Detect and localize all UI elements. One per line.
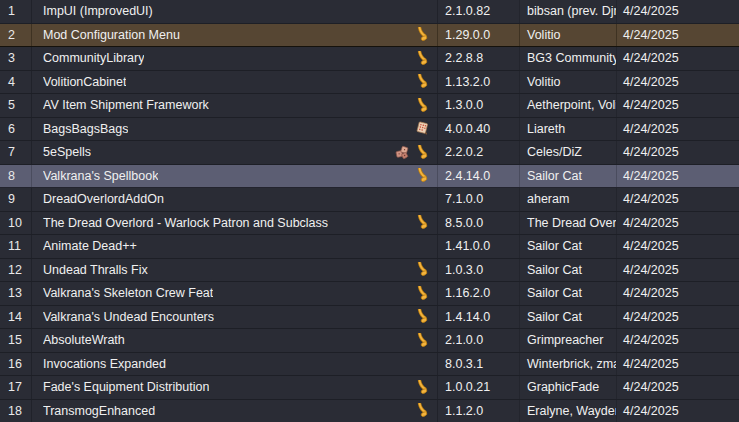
mod-flag-icons (415, 121, 430, 136)
mod-author: Sailor Cat (519, 259, 616, 282)
mod-version: 2.4.14.0 (437, 165, 519, 188)
mod-row[interactable]: 18TransmogEnhanced1.1.2.0Eralyne, Wayden… (0, 400, 739, 422)
mod-load-order-number: 5 (0, 94, 31, 117)
mod-flag-icons (415, 286, 430, 301)
script-extender-icon (415, 74, 430, 89)
mod-last-updated: 4/24/2025 (616, 329, 739, 352)
mod-author: Volitio (519, 71, 616, 94)
mod-name-cell: BagsBagsBags (31, 118, 437, 141)
mod-last-updated: 4/24/2025 (616, 0, 739, 23)
mod-last-updated: 4/24/2025 (616, 259, 739, 282)
mod-name: ImpUI (ImprovedUI) (43, 4, 153, 18)
dice-icon (395, 145, 410, 160)
mod-flag-icons (415, 262, 430, 277)
script-extender-icon (415, 262, 430, 277)
mod-flag-icons (415, 333, 430, 348)
mod-load-order-number: 12 (0, 259, 31, 282)
mod-load-order-number: 4 (0, 71, 31, 94)
mod-author: Liareth (519, 118, 616, 141)
mod-row[interactable]: 13Valkrana's Skeleton Crew Feat1.16.2.0S… (0, 282, 739, 306)
mod-name-cell: Valkrana's Spellbook (31, 165, 437, 188)
mod-name-cell: Undead Thralls Fix (31, 259, 437, 282)
mod-name: 5eSpells (43, 145, 91, 159)
mod-name: Valkrana's Spellbook (43, 169, 158, 183)
mod-version: 2.2.8.8 (437, 47, 519, 70)
mod-row[interactable]: 4VolitionCabinet1.13.2.0Volitio4/24/2025 (0, 71, 739, 95)
mod-load-order-number: 3 (0, 47, 31, 70)
mod-last-updated: 4/24/2025 (616, 118, 739, 141)
mod-name-cell: Animate Dead++ (31, 235, 437, 258)
script-extender-icon (415, 380, 430, 395)
mod-load-order-number: 17 (0, 376, 31, 399)
mod-row[interactable]: 9DreadOverlordAddOn7.1.0.0aheram4/24/202… (0, 188, 739, 212)
mod-flag-icons (415, 27, 430, 42)
mod-author: Winterbrick, zma (519, 353, 616, 376)
mod-load-order-number: 16 (0, 353, 31, 376)
script-extender-icon (415, 333, 430, 348)
mod-row[interactable]: 10The Dread Overlord - Warlock Patron an… (0, 212, 739, 236)
mod-name: Valkrana's Skeleton Crew Feat (43, 286, 213, 300)
mod-name: AbsoluteWrath (43, 333, 125, 347)
mod-flag-icons (415, 98, 430, 113)
mod-row[interactable]: 6BagsBagsBags4.0.0.40Liareth4/24/2025 (0, 118, 739, 142)
script-extender-icon (415, 215, 430, 230)
mod-author: The Dread Overlo (519, 212, 616, 235)
mod-load-order-number: 10 (0, 212, 31, 235)
mod-author: GraphicFade (519, 376, 616, 399)
script-extender-icon (415, 51, 430, 66)
mod-name-cell: TransmogEnhanced (31, 400, 437, 422)
mod-flag-icons (415, 215, 430, 230)
mod-name: The Dread Overlord - Warlock Patron and … (43, 216, 328, 230)
mod-name: DreadOverlordAddOn (43, 192, 164, 206)
mod-row[interactable]: 5AV Item Shipment Framework1.3.0.0Aether… (0, 94, 739, 118)
mod-load-order-number: 8 (0, 165, 31, 188)
mod-row[interactable]: 1ImpUI (ImprovedUI)2.1.0.82bibsan (prev.… (0, 0, 739, 24)
mod-name-cell: Fade's Equipment Distribution (31, 376, 437, 399)
mod-row[interactable]: 2Mod Configuration Menu1.29.0.0Volitio4/… (0, 24, 739, 48)
mod-author: Celes/DiZ (519, 141, 616, 164)
mod-row[interactable]: 3CommunityLibrary2.2.8.8BG3 Community4/2… (0, 47, 739, 71)
mod-table-body: 1ImpUI (ImprovedUI)2.1.0.82bibsan (prev.… (0, 0, 739, 422)
mod-load-order-number: 13 (0, 282, 31, 305)
mod-row[interactable]: 12Undead Thralls Fix1.0.3.0Sailor Cat4/2… (0, 259, 739, 283)
mod-name: Mod Configuration Menu (43, 28, 180, 42)
mod-author: Sailor Cat (519, 235, 616, 258)
mod-version: 1.29.0.0 (437, 24, 519, 47)
mod-row[interactable]: 15AbsoluteWrath2.1.0.0Grimpreacher4/24/2… (0, 329, 739, 353)
mod-load-order-number: 15 (0, 329, 31, 352)
script-extender-icon (415, 309, 430, 324)
mod-last-updated: 4/24/2025 (616, 306, 739, 329)
mod-manager-window: 1ImpUI (ImprovedUI)2.1.0.82bibsan (prev.… (0, 0, 739, 422)
mod-author: Volitio (519, 24, 616, 47)
mod-row[interactable]: 11Animate Dead++1.41.0.0Sailor Cat4/24/2… (0, 235, 739, 259)
mod-author: bibsan (prev. Djn (519, 0, 616, 23)
mod-author: Sailor Cat (519, 282, 616, 305)
mod-flag-icons (415, 74, 430, 89)
mod-version: 2.2.0.2 (437, 141, 519, 164)
mod-flag-icons (415, 51, 430, 66)
script-extender-icon (415, 27, 430, 42)
mod-author: Grimpreacher (519, 329, 616, 352)
mod-version: 1.4.14.0 (437, 306, 519, 329)
mod-row[interactable]: 16Invocations Expanded8.0.3.1Winterbrick… (0, 353, 739, 377)
mod-name: Valkrana's Undead Encounters (43, 310, 214, 324)
mod-row[interactable]: 75eSpells2.2.0.2Celes/DiZ4/24/2025 (0, 141, 739, 165)
mod-name-cell: Invocations Expanded (31, 353, 437, 376)
mod-row[interactable]: 14Valkrana's Undead Encounters1.4.14.0Sa… (0, 306, 739, 330)
mod-name: Invocations Expanded (43, 357, 166, 371)
script-extender-icon (415, 168, 430, 183)
mod-name: Fade's Equipment Distribution (43, 380, 209, 394)
mod-last-updated: 4/24/2025 (616, 188, 739, 211)
mod-name-cell: Valkrana's Skeleton Crew Feat (31, 282, 437, 305)
mod-flag-icons (415, 380, 430, 395)
mod-version: 8.5.0.0 (437, 212, 519, 235)
mod-row[interactable]: 8Valkrana's Spellbook2.4.14.0Sailor Cat4… (0, 165, 739, 189)
mod-author: aheram (519, 188, 616, 211)
mod-table: 1ImpUI (ImprovedUI)2.1.0.82bibsan (prev.… (0, 0, 739, 422)
mod-row[interactable]: 17Fade's Equipment Distribution1.0.0.21G… (0, 376, 739, 400)
mod-author: Eralyne, Wayden (519, 400, 616, 422)
mod-flag-icons (395, 145, 430, 160)
mod-load-order-number: 14 (0, 306, 31, 329)
mod-load-order-number: 7 (0, 141, 31, 164)
mod-name: TransmogEnhanced (43, 404, 155, 418)
